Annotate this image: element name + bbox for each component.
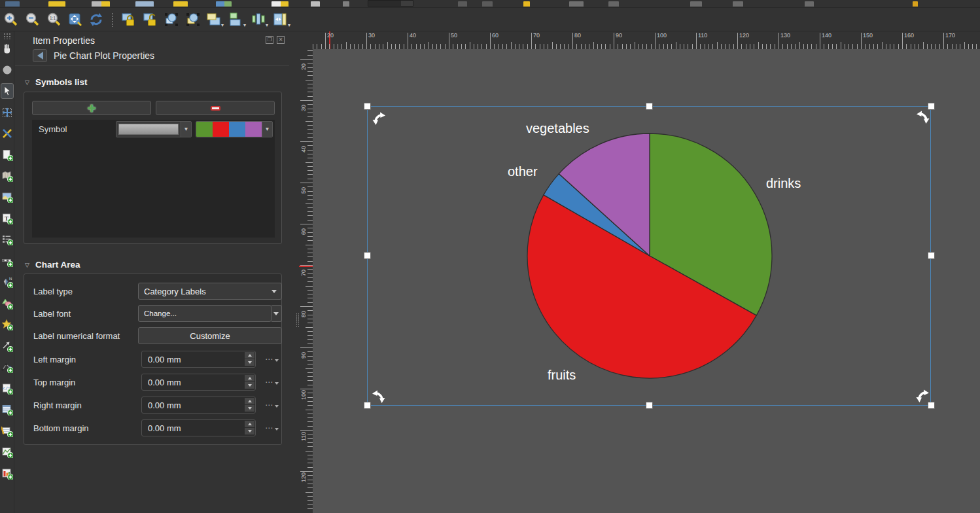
rotate-handle-icon[interactable] (372, 389, 386, 404)
bottom-margin-spinbox[interactable]: 0.00 mm (141, 419, 256, 436)
label-font-button[interactable]: Change... (138, 305, 271, 322)
rotate-handle-icon[interactable] (915, 389, 930, 403)
add-plot-item-button[interactable] (1, 466, 14, 482)
resize-handle-top-right[interactable] (928, 103, 935, 110)
toolbar-icon-fragment[interactable] (569, 1, 584, 7)
left-margin-spinbox[interactable]: 0.00 mm (141, 351, 256, 368)
add-elevation-profile-button[interactable] (1, 444, 14, 460)
resize-handle-top-center[interactable] (646, 103, 653, 110)
toolbar-icon-fragment[interactable] (343, 1, 349, 7)
remove-symbol-button[interactable] (156, 101, 275, 115)
zoom-full-button[interactable] (65, 10, 85, 29)
toolbar-combobox-cutoff[interactable] (368, 0, 413, 7)
toolbar-icon-fragment[interactable] (5, 1, 20, 7)
add-north-arrow-button[interactable]: N (1, 274, 14, 290)
label-type-combobox[interactable]: Category Labels (138, 283, 282, 300)
toolbar-icon-fragment[interactable] (733, 1, 743, 7)
item-selection-box[interactable] (367, 106, 931, 406)
edit-nodes-item-button[interactable] (1, 126, 14, 141)
spin-up-button[interactable] (245, 375, 254, 381)
spin-up-button[interactable] (245, 398, 254, 404)
symbol-swatch-dropdown[interactable]: ▼ (116, 121, 192, 137)
add-scalebar-button[interactable] (1, 253, 14, 269)
refresh-button[interactable] (86, 10, 106, 29)
panel-float-icon[interactable]: ❐ (266, 36, 273, 44)
toolbar-icon-fragment[interactable] (92, 1, 110, 7)
resize-items-button[interactable]: ▾ (271, 10, 290, 29)
resize-handle-top-left[interactable] (364, 103, 371, 110)
toolbar-icon-fragment[interactable] (271, 1, 289, 7)
chart-area-group-header[interactable]: ▽ Chart Area (25, 260, 80, 270)
panel-close-icon[interactable]: ✕ (277, 36, 285, 44)
deselect-all-button[interactable] (183, 10, 203, 29)
symbols-list-group-header[interactable]: ▽ Symbols list (25, 77, 87, 87)
add-html-button[interactable]: </> (1, 381, 14, 397)
rotate-handle-icon[interactable] (372, 111, 386, 126)
select-move-item-button[interactable] (1, 83, 14, 99)
toolbar-icon-fragment[interactable] (523, 1, 530, 7)
spin-down-button[interactable] (245, 359, 254, 366)
select-all-button[interactable] (162, 10, 181, 29)
data-defined-override-button[interactable]: ⋯ (265, 378, 279, 387)
toolbar-icon-fragment[interactable] (458, 1, 467, 7)
move-item-content-button[interactable] (1, 105, 14, 120)
zoom-actual-button[interactable]: 1:1 (44, 10, 64, 29)
resize-handle-middle-right[interactable] (928, 252, 935, 259)
spin-up-button[interactable] (245, 421, 254, 427)
dropdown-caret-icon: ▾ (243, 22, 246, 28)
zoom-in-button[interactable] (1, 10, 21, 29)
resize-handle-bottom-center[interactable] (646, 402, 653, 409)
spin-down-button[interactable] (245, 382, 254, 389)
toolbar-grip[interactable] (3, 33, 11, 39)
add-attribute-table-button[interactable] (1, 402, 14, 417)
toolbar-icon-fragment[interactable] (608, 1, 619, 7)
toolbar-icon-fragment[interactable] (805, 1, 814, 7)
top-margin-spinbox[interactable]: 0.00 mm (141, 374, 256, 391)
spin-up-button[interactable] (245, 352, 254, 359)
customize-button[interactable]: Customize (138, 327, 282, 344)
right-margin-spinbox[interactable]: 0.00 mm (141, 397, 256, 414)
symbol-row[interactable]: Symbol ▼ ▼ (32, 120, 275, 138)
resize-handle-bottom-left[interactable] (364, 402, 371, 409)
add-picture-button[interactable] (1, 189, 14, 205)
toolbar-icon-fragment[interactable] (135, 1, 154, 7)
rotate-handle-icon[interactable] (916, 110, 930, 124)
add-legend-button[interactable] (1, 232, 14, 247)
pan-tool-button[interactable] (1, 41, 14, 56)
align-items-button[interactable]: ▾ (226, 10, 246, 29)
add-marker-button[interactable] (1, 317, 14, 332)
toolbar-icon-fragment[interactable] (913, 1, 918, 7)
add-label-button[interactable]: T (1, 211, 14, 226)
symbols-list[interactable]: Symbol ▼ ▼ (32, 120, 275, 238)
data-defined-override-button[interactable]: ⋯ (265, 423, 279, 433)
toolbar-icon-fragment[interactable] (690, 1, 702, 7)
lock-items-button[interactable] (119, 10, 139, 29)
add-fixed-table-button[interactable] (1, 423, 14, 439)
add-shape-button[interactable] (1, 296, 14, 311)
panel-splitter[interactable] (289, 31, 299, 513)
label-font-dropdown[interactable] (271, 305, 282, 322)
toolbar-icon-fragment[interactable] (48, 1, 65, 7)
data-defined-override-button[interactable]: ⋯ (265, 355, 279, 364)
toolbar-icon-fragment[interactable] (173, 1, 188, 7)
color-ramp-dropdown[interactable]: ▼ (196, 121, 273, 137)
zoom-in-icon (3, 12, 19, 27)
zoom-out-button[interactable] (23, 10, 43, 29)
back-button[interactable] (33, 49, 47, 62)
add-map-button[interactable] (1, 168, 14, 184)
toolbar-icon-fragment[interactable] (311, 1, 320, 7)
resize-handle-middle-left[interactable] (364, 252, 371, 259)
toolbar-icon-fragment[interactable] (482, 1, 493, 7)
spin-down-button[interactable] (245, 405, 254, 412)
raise-items-button[interactable]: ▾ (204, 10, 224, 29)
add-symbol-button[interactable]: ✚ (32, 101, 151, 115)
zoom-tool-button[interactable] (1, 62, 14, 78)
add-node-item-button[interactable] (1, 359, 14, 375)
distribute-items-button[interactable]: ▾ (249, 10, 268, 29)
toolbar-icon-fragment[interactable] (216, 1, 232, 7)
spin-down-button[interactable] (245, 428, 254, 434)
add-pages-button[interactable] (1, 147, 14, 163)
data-defined-override-button[interactable]: ⋯ (265, 400, 279, 410)
unlock-all-button[interactable] (141, 10, 160, 29)
add-arrow-button[interactable] (1, 338, 14, 354)
